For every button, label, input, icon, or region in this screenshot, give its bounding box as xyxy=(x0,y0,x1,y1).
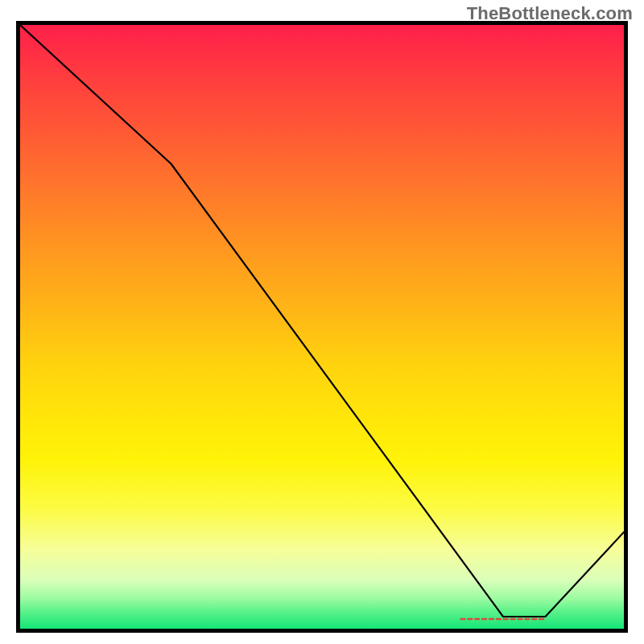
chart-svg xyxy=(20,25,624,629)
plot-area xyxy=(16,21,628,633)
chart-container: TheBottleneck.com xyxy=(0,0,644,644)
data-line xyxy=(20,25,624,617)
